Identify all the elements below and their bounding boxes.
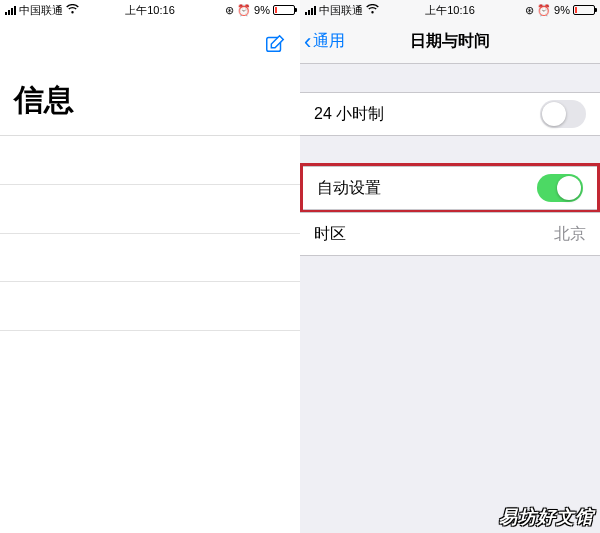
clock-icon: ⏰	[237, 4, 251, 17]
page-title: 信息	[0, 72, 300, 136]
cell-auto-set: 自动设置	[303, 166, 597, 210]
cell-24hour: 24 小时制	[300, 92, 600, 136]
wifi-icon	[366, 4, 379, 16]
alarm-icon: ⊛	[225, 4, 234, 17]
clock-icon: ⏰	[537, 4, 551, 17]
status-time: 上午10:16	[425, 3, 475, 18]
signal-icon	[305, 6, 316, 15]
chevron-left-icon: ‹	[304, 31, 311, 53]
toggle-auto-set[interactable]	[537, 174, 583, 202]
highlight-box: 自动设置	[300, 163, 600, 213]
alarm-icon: ⊛	[525, 4, 534, 17]
messages-header	[0, 20, 300, 72]
cell-label: 自动设置	[317, 178, 381, 199]
cell-label: 24 小时制	[314, 104, 384, 125]
carrier-label: 中国联通	[319, 3, 363, 18]
status-time: 上午10:16	[125, 3, 175, 18]
compose-icon[interactable]	[264, 33, 286, 59]
cell-timezone[interactable]: 时区 北京	[300, 212, 600, 256]
back-button[interactable]: ‹ 通用	[304, 31, 345, 53]
messages-list	[0, 136, 300, 533]
cell-value: 北京	[554, 224, 586, 245]
cell-label: 时区	[314, 224, 346, 245]
nav-bar: ‹ 通用 日期与时间	[300, 20, 600, 64]
toggle-24hour[interactable]	[540, 100, 586, 128]
nav-title: 日期与时间	[410, 31, 490, 52]
battery-icon	[273, 5, 295, 15]
back-label: 通用	[313, 31, 345, 52]
status-bar-right: 中国联通 上午10:16 ⊛ ⏰ 9%	[300, 0, 600, 20]
status-bar-left: 中国联通 上午10:16 ⊛ ⏰ 9%	[0, 0, 300, 20]
messages-pane: 中国联通 上午10:16 ⊛ ⏰ 9% 信息	[0, 0, 300, 533]
battery-percent: 9%	[554, 4, 570, 16]
battery-percent: 9%	[254, 4, 270, 16]
carrier-label: 中国联通	[19, 3, 63, 18]
watermark: 易坊好文馆	[499, 505, 594, 529]
settings-pane: 中国联通 上午10:16 ⊛ ⏰ 9% ‹ 通用 日期与时间 24 小时制 自动…	[300, 0, 600, 533]
battery-icon	[573, 5, 595, 15]
wifi-icon	[66, 4, 79, 16]
signal-icon	[5, 6, 16, 15]
